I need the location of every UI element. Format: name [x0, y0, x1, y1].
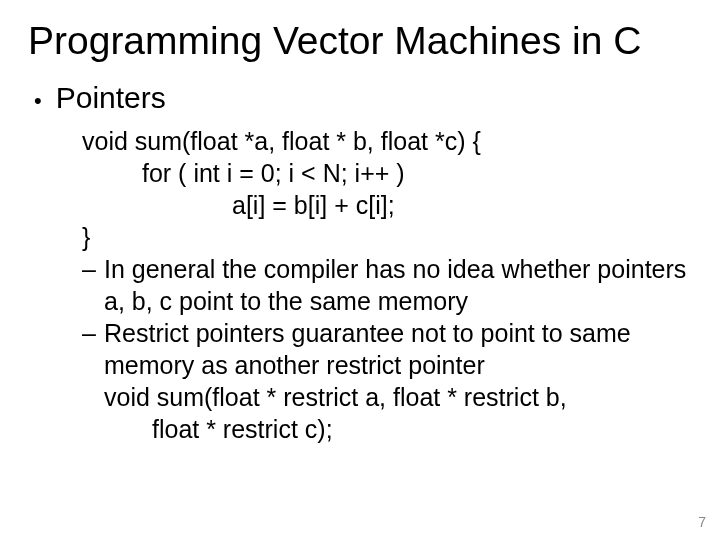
code-line: float * restrict c);	[152, 413, 692, 445]
bullet-item: • Pointers	[34, 81, 692, 115]
bullet-dot-icon: •	[34, 90, 42, 112]
sub-bullet-text: Restrict pointers guarantee not to point…	[104, 317, 692, 381]
dash-icon: –	[82, 253, 98, 285]
slide-title: Programming Vector Machines in C	[28, 20, 692, 63]
code-line: void sum(float * restrict a, float * res…	[104, 381, 692, 413]
bullet-text: Pointers	[56, 81, 166, 115]
page-number: 7	[698, 514, 706, 530]
code-line: }	[82, 221, 692, 253]
sub-bullet-text: In general the compiler has no idea whet…	[104, 253, 692, 317]
code-line: void sum(float *a, float * b, float *c) …	[82, 125, 692, 157]
code-block: void sum(float *a, float * b, float *c) …	[82, 125, 692, 253]
code-line: a[i] = b[i] + c[i];	[232, 189, 692, 221]
dash-icon: –	[82, 317, 98, 349]
sub-bullet-item: – Restrict pointers guarantee not to poi…	[82, 317, 692, 381]
code-line: for ( int i = 0; i < N; i++ )	[142, 157, 692, 189]
slide: Programming Vector Machines in C • Point…	[0, 0, 720, 540]
sub-bullet-item: – In general the compiler has no idea wh…	[82, 253, 692, 317]
